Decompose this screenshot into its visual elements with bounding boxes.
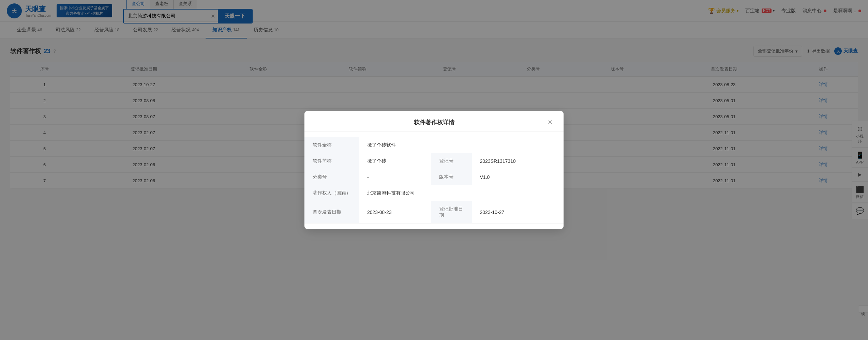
value-fullname: 搬了个砖软件 bbox=[359, 137, 564, 153]
detail-row-author: 著作权人（国籍） 北京简游科技有限公司 bbox=[304, 185, 564, 196]
value-catno: - bbox=[359, 169, 431, 185]
detail-row-shortname: 软件简称 搬了个砖 登记号 2023SR1317310 bbox=[304, 153, 564, 169]
modal-close-button[interactable]: ✕ bbox=[545, 117, 555, 127]
label-fullname: 软件全称 bbox=[304, 137, 359, 153]
modal-overlay[interactable]: 软件著作权详情 ✕ 软件全称 搬了个砖软件 软件简称 搬了个砖 登记号 2023… bbox=[0, 0, 868, 196]
detail-row-catno: 分类号 - 版本号 V1.0 bbox=[304, 169, 564, 185]
modal-title: 软件著作权详情 bbox=[324, 119, 545, 126]
label-author: 著作权人（国籍） bbox=[304, 185, 359, 196]
detail-row-fullname: 软件全称 搬了个砖软件 bbox=[304, 137, 564, 153]
value-version: V1.0 bbox=[472, 169, 564, 185]
label-regno: 登记号 bbox=[431, 153, 472, 169]
value-author: 北京简游科技有限公司 bbox=[359, 185, 564, 196]
label-shortname: 软件简称 bbox=[304, 153, 359, 169]
detail-info-table: 软件全称 搬了个砖软件 软件简称 搬了个砖 登记号 2023SR1317310 … bbox=[304, 137, 564, 196]
modal-header: 软件著作权详情 ✕ bbox=[304, 111, 564, 132]
value-shortname: 搬了个砖 bbox=[359, 153, 431, 169]
value-regno: 2023SR1317310 bbox=[472, 153, 564, 169]
label-catno: 分类号 bbox=[304, 169, 359, 185]
detail-modal: 软件著作权详情 ✕ 软件全称 搬了个砖软件 软件简称 搬了个砖 登记号 2023… bbox=[304, 111, 564, 196]
modal-body: 软件全称 搬了个砖软件 软件简称 搬了个砖 登记号 2023SR1317310 … bbox=[304, 132, 564, 196]
label-version: 版本号 bbox=[431, 169, 472, 185]
